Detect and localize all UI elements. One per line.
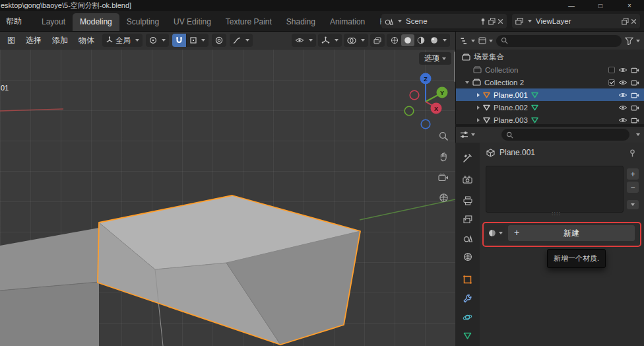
camera-render-toggle[interactable] xyxy=(631,104,639,111)
properties-search-input[interactable] xyxy=(501,129,629,141)
proportional-editing-toggle[interactable] xyxy=(212,34,226,47)
exclude-checkbox[interactable] xyxy=(608,67,615,73)
tab-sculpting[interactable]: Sculpting xyxy=(119,13,166,31)
tab-view-layer-icon[interactable] xyxy=(461,213,474,226)
tab-texture-paint[interactable]: Texture Paint xyxy=(218,13,279,31)
new-scene-icon[interactable] xyxy=(488,18,496,25)
outliner-row-plane-001[interactable]: Plane.001 xyxy=(456,88,644,101)
material-slot-list[interactable] xyxy=(486,166,624,213)
remove-slot-button[interactable]: − xyxy=(627,182,639,193)
expand-icon[interactable] xyxy=(477,118,480,122)
editor-type-dropdown[interactable] xyxy=(460,131,475,139)
tab-layout[interactable]: Layout xyxy=(34,13,73,31)
new-viewlayer-icon[interactable] xyxy=(622,18,629,25)
hide-eye-toggle[interactable] xyxy=(618,67,628,73)
menu-select[interactable]: 选择 xyxy=(21,35,46,46)
hide-eye-toggle[interactable] xyxy=(618,104,628,111)
outliner-row-collection-2[interactable]: Collection 2 xyxy=(456,76,644,88)
exclude-checkbox[interactable] xyxy=(608,79,615,86)
tab-world-icon[interactable] xyxy=(461,250,474,263)
visibility-dropdown[interactable] xyxy=(292,34,316,47)
viewport-3d[interactable]: 选项 01 Z Y X xyxy=(0,50,455,346)
collapse-icon[interactable] xyxy=(465,81,469,84)
transform-orientation-dropdown[interactable]: 全局 xyxy=(102,34,143,47)
tab-uv-editing[interactable]: UV Editing xyxy=(166,13,218,31)
gizmo-neg-x[interactable] xyxy=(410,90,419,100)
expand-icon[interactable] xyxy=(477,93,480,97)
mesh-plane-icon xyxy=(483,117,490,123)
zoom-tool-button[interactable] xyxy=(437,129,450,143)
hide-eye-toggle[interactable] xyxy=(618,92,628,98)
tab-object-data-icon[interactable] xyxy=(461,329,474,343)
shading-material-button[interactable] xyxy=(414,34,428,46)
hide-eye-toggle[interactable] xyxy=(618,79,628,86)
camera-render-toggle[interactable] xyxy=(631,117,639,123)
menu-help[interactable]: 帮助 xyxy=(0,16,28,27)
gizmo-neg-z[interactable] xyxy=(421,120,430,129)
menu-view[interactable]: 图 xyxy=(3,35,20,46)
snap-settings-dropdown[interactable] xyxy=(186,34,209,47)
maximize-button[interactable]: □ xyxy=(586,0,615,11)
filter-dropdown[interactable] xyxy=(625,37,640,45)
gizmo-neg-y[interactable] xyxy=(404,106,414,116)
display-mode-dropdown[interactable] xyxy=(478,37,493,44)
ortho-perspective-button[interactable] xyxy=(437,191,450,204)
unlink-scene-icon[interactable] xyxy=(498,18,503,24)
camera-render-toggle[interactable] xyxy=(631,92,639,98)
scene-selector[interactable]: Scene xyxy=(381,14,507,28)
camera-view-button[interactable] xyxy=(437,171,450,184)
expand-icon[interactable] xyxy=(477,106,480,110)
gizmos-dropdown[interactable] xyxy=(318,34,342,47)
pin-icon[interactable] xyxy=(480,18,486,25)
menu-object[interactable]: 物体 xyxy=(74,35,99,46)
selected-mesh-plane[interactable] xyxy=(98,195,360,346)
viewlayer-icon xyxy=(515,18,523,25)
menu-add[interactable]: 添加 xyxy=(48,35,73,46)
camera-render-toggle[interactable] xyxy=(631,79,639,86)
outliner-row-plane-002[interactable]: Plane.002 xyxy=(456,101,644,114)
shading-solid-button[interactable] xyxy=(401,34,414,46)
slot-specials-dropdown[interactable] xyxy=(627,200,639,209)
viewlayer-selector[interactable]: ViewLayer xyxy=(512,14,640,28)
new-material-button[interactable]: + 新建 xyxy=(508,225,635,241)
add-slot-button[interactable]: + xyxy=(627,168,639,180)
chevron-down-icon xyxy=(471,40,475,42)
remove-viewlayer-icon[interactable] xyxy=(631,18,637,24)
tab-shading[interactable]: Shading xyxy=(279,13,323,31)
options-dropdown[interactable]: 选项 xyxy=(419,52,451,65)
hide-eye-toggle[interactable] xyxy=(618,117,628,123)
panel-resize-grip[interactable]: :::: xyxy=(546,210,566,217)
tab-scene-icon[interactable] xyxy=(461,231,474,245)
minimize-button[interactable]: — xyxy=(557,0,586,11)
chevron-down-icon xyxy=(636,133,640,136)
unselected-mesh-box[interactable] xyxy=(0,228,99,346)
tab-animation[interactable]: Animation xyxy=(323,13,372,31)
chevron-down-icon xyxy=(489,40,493,42)
close-button[interactable]: × xyxy=(615,0,644,11)
proportional-falloff-dropdown[interactable] xyxy=(230,34,253,47)
tab-modeling[interactable]: Modeling xyxy=(73,13,119,31)
outliner-row-collection[interactable]: Collection xyxy=(456,63,644,76)
tab-output-icon[interactable] xyxy=(461,193,474,207)
camera-render-toggle[interactable] xyxy=(631,67,639,73)
tab-render-icon[interactable] xyxy=(461,172,474,186)
pin-id-icon[interactable] xyxy=(629,149,636,157)
tab-tool-icon[interactable] xyxy=(461,151,474,165)
outliner-search-input[interactable] xyxy=(496,35,622,47)
pan-hand-button[interactable] xyxy=(437,150,450,163)
snap-toggle[interactable] xyxy=(172,34,186,47)
viewport-canvas[interactable] xyxy=(0,50,455,346)
navigation-gizmo[interactable]: Z Y X xyxy=(393,71,459,133)
shading-rendered-button[interactable] xyxy=(428,34,441,46)
tab-object-icon[interactable] xyxy=(461,273,474,287)
shading-wireframe-button[interactable] xyxy=(388,34,401,46)
overlays-dropdown[interactable] xyxy=(344,34,368,47)
xray-toggle[interactable] xyxy=(370,34,385,47)
tab-physics-icon[interactable] xyxy=(461,310,474,324)
browse-material-dropdown[interactable] xyxy=(486,225,505,241)
outliner-row-scene-collection[interactable]: 场景集合 xyxy=(456,51,644,63)
pivot-point-dropdown[interactable] xyxy=(146,34,169,47)
outliner-scrollbar[interactable] xyxy=(454,52,455,82)
editor-type-dropdown[interactable] xyxy=(460,37,475,45)
tab-modifiers-icon[interactable] xyxy=(461,292,474,306)
